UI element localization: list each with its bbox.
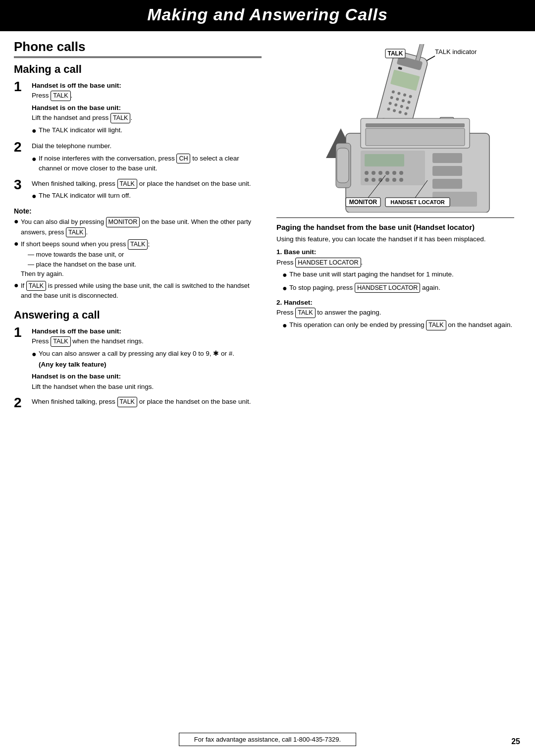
paging-intro: Using this feature, you can locate the h… [276,234,514,244]
step-2-main: Dial the telephone number. [32,141,262,151]
ans-step-1-content: Handset is off the base unit: Press TALK… [32,326,262,392]
base-bullet-dot-1: ● [282,270,289,280]
making-step-2: 2 Dial the telephone number. ● If noise … [14,141,262,173]
base-bullet-1-text: The base unit will start paging the hand… [289,270,454,279]
svg-rect-44 [432,166,462,176]
svg-rect-43 [432,153,462,163]
handset-bullet-dot-1: ● [282,320,289,331]
svg-rect-30 [365,154,404,166]
ans-step-number-1: 1 [14,325,32,339]
handset-on-bold-1: Handset is on the base unit: [32,104,121,111]
bullet-dot-2: ● [32,154,39,164]
handset-on-label-1: Handset is on the base unit: [32,103,262,113]
bullet-dot-3: ● [32,191,39,202]
answering-step-1: 1 Handset is off the base unit: Press TA… [14,326,262,392]
handset-locator-key-2: HANDSET LOCATOR [355,283,420,293]
note-2-dash2: — place the handset on the base unit. [21,261,136,268]
talk-key-9: TALK [295,308,315,318]
paging-title: Paging the handset from the base unit (H… [276,223,514,231]
handset-off-bold-1: Handset is off the base unit: [32,82,121,89]
answering-call-title: Answering a call [14,309,262,322]
any-key-label: (Any key talk feature) [32,360,262,370]
base-bullet-2: ● To stop paging, press HANDSET LOCATOR … [282,283,514,294]
base-unit-section: 1. Base unit: Press HANDSET LOCATOR. [276,247,514,268]
talk-key-6: TALK [26,281,46,291]
note-2-text: If short beeps sound when you press TALK… [21,239,150,278]
handset-section: 2. Handset: Press TALK to answer the pag… [276,298,514,318]
note-2-dash1: — move towards the base unit, or [21,251,124,258]
ans-step-2-main: When finished talking, press TALK or pla… [32,397,262,407]
monitor-key-1: MONITOR [106,217,140,227]
note-title: Note: [14,207,262,215]
svg-rect-28 [366,128,465,146]
note-bullet-3: ● [14,281,21,290]
note-1-text: You can also dial by pressing MONITOR on… [21,217,262,238]
right-column: TALK indicator [271,31,514,415]
handset-press: Press TALK to answer the paging. [276,309,381,316]
svg-point-42 [399,178,403,182]
handset-bullet-1: ● This operation can only be ended by pr… [282,320,514,331]
talk-key-8: TALK [117,397,137,407]
svg-point-35 [392,171,396,175]
svg-point-31 [365,171,369,175]
step-2-content: Dial the telephone number. ● If noise in… [32,141,262,173]
handset-on-text-1: Lift the handset and press TALK. [32,113,262,123]
note-bullet-1: ● [14,217,21,226]
handset-off-text-1: Press TALK. [32,91,262,101]
ans-handset-off-label: Handset is off the base unit: [32,326,262,336]
page-content: Phone calls Making a call 1 Handset is o… [0,31,535,415]
making-step-3: 3 When finished talking, press TALK or p… [14,179,262,202]
talk-key-5: TALK [128,239,148,250]
note-bullet-2: ● [14,239,21,248]
note-3-text: If TALK is pressed while using the base … [21,281,262,301]
svg-point-38 [372,178,375,182]
base-unit-press: Press HANDSET LOCATOR. [276,259,363,266]
ans-handset-off-text: Press TALK when the handset rings. [32,336,262,347]
handset-label: 2. Handset: [276,299,313,306]
talk-btn-label: TALK [387,50,403,57]
step-3-bullet: ● The TALK indicator will turn off. [32,191,262,202]
svg-point-40 [385,178,389,182]
page-number: 25 [511,737,520,746]
section-divider [276,217,514,218]
step-1-content: Handset is off the base unit: Press TALK… [32,81,262,136]
making-call-title: Making a call [14,63,262,76]
step-2-bullet-text: If noise interferes with the conversatio… [39,154,262,174]
ans-bullet-dot-1: ● [32,349,39,360]
svg-point-41 [392,178,396,182]
handset-off-label-1: Handset is off the base unit: [32,81,262,91]
footer-assistance-box: For fax advantage assistance, call 1-800… [179,733,356,746]
base-unit-label: 1. Base unit: [276,248,316,256]
step-2-bullet: ● If noise interferes with the conversat… [32,154,262,174]
ans-step-number-2: 2 [14,396,32,410]
handset-bullet-1-text: This operation can only be ended by pres… [289,320,512,330]
answering-step-2: 2 When finished talking, press TALK or p… [14,397,262,410]
monitor-label: MONITOR [349,199,377,206]
step-3-content: When finished talking, press TALK or pla… [32,179,262,202]
talk-key-4: TALK [66,227,86,238]
note-3: ● If TALK is pressed while using the bas… [14,281,262,301]
note-1: ● You can also dial by pressing MONITOR … [14,217,262,238]
base-bullet-2-text: To stop paging, press HANDSET LOCATOR ag… [289,283,440,293]
bullet-dot-1: ● [32,125,39,136]
step-1-bullet: ● The TALK indicator will light. [32,125,262,136]
left-column: Phone calls Making a call 1 Handset is o… [14,31,271,415]
step-3-bullet-text: The TALK indicator will turn off. [39,191,131,201]
page-header: Making and Answering Calls [0,0,535,31]
talk-key-1: TALK [51,91,70,101]
step-3-main: When finished talking, press TALK or pla… [32,179,262,189]
handset-locator-label: HANDSET LOCATOR [390,199,445,205]
step-number-1: 1 [14,80,32,94]
ans-handset-on-bold: Handset is on the base unit: [32,373,121,380]
talk-key-10: TALK [426,320,446,330]
ans-bullet-1: ● You can also answer a call by pressing… [32,349,262,360]
paging-section: Paging the handset from the base unit (H… [276,223,514,331]
page-title: Making and Answering Calls [0,5,535,24]
step-1-bullet-text: The TALK indicator will light. [39,125,122,135]
ans-step-2-content: When finished talking, press TALK or pla… [32,397,262,407]
svg-rect-45 [432,179,462,189]
device-diagram: TALK indicator [276,44,514,213]
talk-key-7: TALK [51,336,70,347]
ans-handset-on-label: Handset is on the base unit: [32,372,262,381]
handset-locator-key-1: HANDSET LOCATOR [295,258,361,268]
